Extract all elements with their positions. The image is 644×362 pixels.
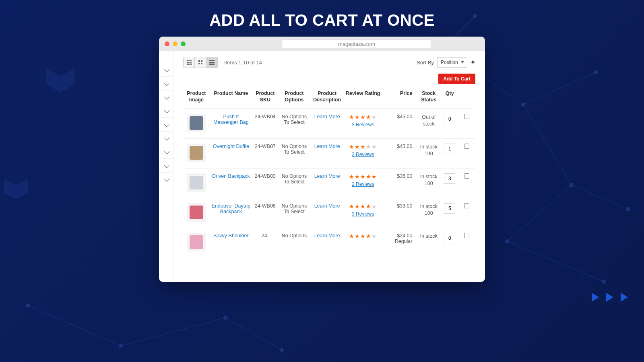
product-table: Product Image Product Name Product SKU P… (183, 88, 475, 257)
learn-more-link[interactable]: Learn More (314, 114, 340, 119)
product-options: No Options To Select (278, 139, 311, 169)
chevron-down-icon (164, 135, 169, 140)
filter-toggle[interactable] (159, 118, 173, 132)
chevron-down-icon (164, 80, 169, 86)
item-count-label: Items 1-10 of 14 (224, 60, 262, 66)
product-name-link[interactable]: Endeavor Daytrip Backpack (212, 203, 251, 214)
product-name-link[interactable]: Driven Backpack (212, 173, 250, 179)
arrow-up-icon (471, 60, 475, 64)
filter-toggle[interactable] (159, 104, 173, 118)
product-sku: 24-WB06 (252, 198, 278, 228)
page-heading: ADD ALL TO CART AT ONCE (0, 0, 644, 37)
filter-toggle[interactable] (159, 159, 173, 173)
learn-more-link[interactable]: Learn More (314, 233, 340, 239)
svg-point-20 (223, 316, 227, 320)
row-select-checkbox[interactable] (464, 173, 469, 179)
product-image[interactable] (187, 114, 206, 132)
window-controls (165, 41, 186, 46)
stock-status: Out of stock (416, 109, 441, 139)
product-price: $36.00 (382, 169, 417, 198)
filter-toggle[interactable] (159, 173, 173, 186)
qty-input[interactable] (444, 173, 455, 184)
stock-status: In stock (416, 228, 441, 258)
view-list-button[interactable] (206, 57, 217, 68)
sort-by-select[interactable]: Position (437, 57, 467, 68)
product-name-link[interactable]: Push It Messenger Bag (213, 114, 249, 125)
row-select-checkbox[interactable] (464, 203, 469, 208)
view-grid-large-button[interactable] (195, 57, 206, 68)
product-options: No Options To Select (278, 169, 311, 198)
view-grid-small-button[interactable] (184, 57, 195, 68)
list-toolbar: Items 1-10 of 14 Sort By Position (183, 57, 475, 68)
row-select-checkbox[interactable] (464, 114, 469, 119)
svg-line-8 (121, 318, 225, 346)
col-name: Product Name (210, 88, 252, 109)
minimize-icon[interactable] (173, 41, 178, 46)
product-name-link[interactable]: Overnight Duffle (213, 144, 249, 149)
reviews-link[interactable]: 3 Reviews (345, 211, 381, 217)
svg-point-14 (626, 207, 630, 211)
col-stock: Stock Status (416, 88, 441, 109)
chevron-down-icon (164, 121, 169, 127)
reviews-link[interactable]: 3 Reviews (345, 152, 381, 157)
product-sku: 24-WB03 (252, 169, 278, 198)
qty-input[interactable] (444, 144, 455, 154)
product-name-link[interactable]: Savvy Shoulder (213, 233, 249, 239)
svg-line-3 (572, 185, 628, 209)
rating-stars: ★★★★★ (349, 114, 377, 120)
svg-point-15 (505, 239, 509, 243)
row-select-checkbox[interactable] (464, 233, 469, 238)
product-image[interactable] (187, 203, 206, 222)
col-qty: Qty (441, 88, 458, 109)
qty-input[interactable] (444, 233, 455, 243)
reviews-link[interactable]: 2 Reviews (345, 181, 381, 187)
table-row: Overnight Duffle24-WB07No Options To Sel… (183, 139, 475, 169)
col-rating: Review Rating (344, 88, 382, 109)
add-to-cart-button[interactable]: Add To Cart (438, 74, 475, 84)
main-panel: Items 1-10 of 14 Sort By Position Add To… (173, 51, 485, 282)
sort-direction-button[interactable] (471, 59, 475, 66)
learn-more-link[interactable]: Learn More (314, 173, 340, 179)
table-row: Endeavor Daytrip Backpack24-WB06No Optio… (183, 198, 475, 228)
svg-line-4 (507, 185, 572, 241)
svg-line-9 (225, 318, 282, 350)
qty-input[interactable] (444, 114, 455, 124)
svg-marker-22 (46, 68, 74, 93)
rating-stars: ★★★★★ (349, 233, 377, 239)
product-image[interactable] (187, 233, 206, 251)
col-price: Price (382, 88, 417, 109)
reviews-link[interactable]: 3 Reviews (345, 122, 381, 128)
maximize-icon[interactable] (181, 41, 186, 46)
product-image[interactable] (187, 144, 206, 162)
filter-toggle[interactable] (159, 77, 173, 90)
learn-more-link[interactable]: Learn More (314, 203, 340, 209)
product-price: $45.00 (382, 109, 417, 139)
chevron-down-icon (164, 94, 169, 99)
col-description: Product Description (310, 88, 344, 109)
browser-window: mageplaza.com Items 1-10 of 14 (159, 37, 485, 282)
filter-toggle[interactable] (159, 132, 173, 145)
row-select-checkbox[interactable] (464, 144, 469, 149)
product-price: $33.00 (382, 198, 417, 228)
filter-toggle[interactable] (159, 90, 173, 104)
filter-toggle[interactable] (159, 63, 173, 77)
rating-stars: ★★★★★ (349, 144, 377, 150)
stock-status: In stock100 (416, 139, 441, 169)
sort-by-label: Sort By (417, 60, 434, 66)
col-sku: Product SKU (252, 88, 278, 109)
view-mode-switch (183, 57, 218, 68)
url-bar[interactable]: mageplaza.com (282, 39, 431, 48)
close-icon[interactable] (165, 41, 169, 46)
product-image[interactable] (187, 173, 206, 192)
decorative-play-icons (592, 293, 628, 302)
svg-line-1 (523, 72, 596, 105)
col-options: Product Options (278, 88, 311, 109)
svg-line-7 (28, 306, 121, 346)
product-options: No Options (278, 228, 311, 258)
filters-sidebar (159, 51, 173, 282)
learn-more-link[interactable]: Learn More (314, 144, 340, 149)
stock-status: In stock100 (416, 198, 441, 228)
product-sku: 24-WB04 (252, 109, 278, 139)
qty-input[interactable] (444, 203, 455, 214)
filter-toggle[interactable] (159, 145, 173, 159)
